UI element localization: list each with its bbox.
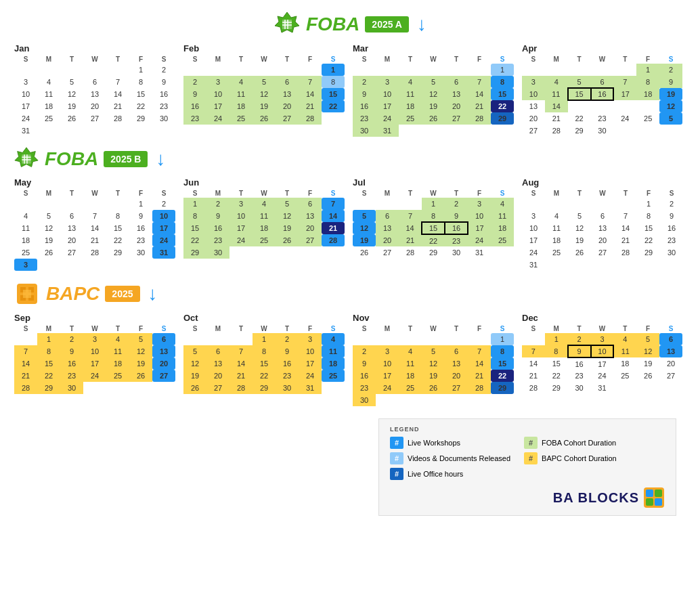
feb-1: 1 xyxy=(322,64,345,76)
legend-title: LEGEND xyxy=(390,426,665,433)
month-nov-title: Nov xyxy=(353,313,514,323)
month-jun: Jun SMTWTFS 1 2 3 4 5 6 7 8 9 10 11 12 xyxy=(179,175,349,274)
legend-box: LEGEND # Live Workshops # Videos & Docum… xyxy=(378,418,676,516)
month-oct: Oct SMTWTFS 1 2 3 4 5 6 7 8 9 10 11 xyxy=(179,310,349,409)
month-mar-title: Mar xyxy=(353,43,514,53)
month-jul: Jul SMTWTFS 1 2 3 4 5 6 7 8 9 10 11 xyxy=(349,175,518,274)
bapc-title: BAPC xyxy=(46,283,100,305)
bapc-badge: 2025 xyxy=(105,286,139,302)
month-aug-title: Aug xyxy=(522,177,683,188)
apr-19: 19 xyxy=(659,88,682,100)
row-may-aug: May SMTWTFS 12 456789 10 111213141516 17… xyxy=(10,175,690,274)
sep-6: 6 xyxy=(152,333,175,345)
svg-rect-19 xyxy=(646,489,653,497)
jun-7: 7 xyxy=(322,198,345,210)
legend-workshops-label: Live Workshops xyxy=(408,439,460,447)
row-jan-apr: Jan SMTWTFS 1 2 34567 89 1011121314 1516 xyxy=(10,41,690,139)
mar-1: 1 xyxy=(491,64,514,76)
may-3: 3 xyxy=(14,259,37,271)
svg-rect-22 xyxy=(655,498,662,506)
month-feb: Feb SMTWTFS 1 2 3 4 5 6 7 8 9 xyxy=(179,41,349,139)
foba-b-badge: 2025 B xyxy=(104,151,148,167)
mar-8: 8 xyxy=(491,76,514,88)
ba-blocks-text: BA BLOCKS xyxy=(553,490,639,506)
legend-swatch-darkblue: # xyxy=(390,468,403,480)
jul-5: 5 xyxy=(353,210,376,222)
jun-14: 14 xyxy=(322,210,345,222)
nov-15: 15 xyxy=(491,357,514,370)
legend-foba-label: FOBA Cohort Duration xyxy=(542,439,616,447)
sep-27: 27 xyxy=(152,370,175,382)
apr-5: 5 xyxy=(659,112,682,125)
foba-a-arrow: ↓ xyxy=(417,14,426,35)
legend-workshops: # Live Workshops xyxy=(390,437,510,449)
feb-15: 15 xyxy=(322,88,345,100)
foba-b-arrow: ↓ xyxy=(156,148,165,170)
legend-swatch-yellow: # xyxy=(524,452,538,464)
legend-swatch-lightblue: # xyxy=(390,452,403,464)
oct-4: 4 xyxy=(322,333,345,345)
jan-3: 1 xyxy=(129,64,152,76)
month-may: May SMTWTFS 12 456789 10 111213141516 17… xyxy=(10,175,179,274)
month-dec-title: Dec xyxy=(522,313,683,323)
month-oct-title: Oct xyxy=(183,313,345,323)
month-jun-title: Jun xyxy=(183,177,345,188)
month-sep-title: Sep xyxy=(14,313,175,323)
bapc-arrow: ↓ xyxy=(148,283,158,305)
nov-8: 8 xyxy=(491,345,514,357)
foba-a-badge: 2025 A xyxy=(365,16,409,32)
jan-11: 9 xyxy=(152,76,175,88)
month-aug: Aug SMTWTFS 12 3456789 10111213141516 17… xyxy=(518,175,687,274)
dec-6: 6 xyxy=(659,333,682,345)
month-feb-title: Feb xyxy=(183,43,345,53)
dec-13: 13 xyxy=(659,345,682,357)
month-apr: Apr SMTWTFS 1 2 3 4 5 6 7 8 9 xyxy=(518,41,687,139)
legend-videos-label: Videos & Documents Released xyxy=(408,454,510,462)
foba-a-title: FOBA xyxy=(306,14,359,35)
foba-a-icon xyxy=(274,11,301,38)
month-dec: Dec SMTWTFS 1 2 3 4 5 6 7 8 9 10 11 xyxy=(518,310,687,409)
legend-swatch-blue: # xyxy=(390,437,403,449)
may-10: 10 xyxy=(152,210,175,222)
month-sep: Sep SMTWTFS 1 2 3 4 5 6 7 8 9 10 11 xyxy=(10,310,179,409)
ba-blocks-icon xyxy=(643,487,665,508)
svg-rect-7 xyxy=(22,154,30,163)
legend-bapc-duration: # BAPC Cohort Duration xyxy=(524,452,617,464)
month-nov: Nov SMTWTFS 1 2 3 4 5 6 7 8 9 xyxy=(349,310,518,409)
jan-4: 2 xyxy=(152,64,175,76)
feb-8: 8 xyxy=(322,76,345,88)
svg-rect-1 xyxy=(282,20,292,29)
legend-office: # Live Office hours xyxy=(390,468,510,480)
legend-foba-duration: # FOBA Cohort Duration xyxy=(524,437,617,449)
jul-19: 19 xyxy=(353,234,376,246)
legend-swatch-green: # xyxy=(524,437,538,449)
oct-11: 11 xyxy=(322,345,345,357)
mar-22: 22 xyxy=(491,100,514,112)
legend-office-label: Live Office hours xyxy=(408,470,463,478)
foba-b-icon xyxy=(14,146,39,172)
main-container: FOBA 2025 A ↓ Jan SMTWTFS 1 2 34567 89 1… xyxy=(0,0,700,523)
sep-20: 20 xyxy=(152,357,175,370)
legend-videos: # Videos & Documents Released xyxy=(390,452,510,464)
may-31: 31 xyxy=(152,246,175,259)
jul-12: 12 xyxy=(353,222,376,234)
may-24: 24 xyxy=(152,234,175,246)
feb-22: 22 xyxy=(322,100,345,112)
may-17: 17 xyxy=(152,222,175,234)
month-jan: Jan SMTWTFS 1 2 34567 89 1011121314 1516 xyxy=(10,41,179,139)
jun-28: 28 xyxy=(322,234,345,246)
svg-rect-17 xyxy=(23,290,31,298)
nov-29: 29 xyxy=(491,382,514,394)
month-may-title: May xyxy=(14,177,175,188)
svg-rect-21 xyxy=(646,498,653,506)
jun-21: 21 xyxy=(322,222,345,234)
row-sep-dec: Sep SMTWTFS 1 2 3 4 5 6 7 8 9 10 11 xyxy=(10,310,690,409)
svg-rect-20 xyxy=(655,489,662,497)
legend-bapc-label: BAPC Cohort Duration xyxy=(542,454,617,462)
month-jul-title: Jul xyxy=(353,177,514,188)
oct-25: 25 xyxy=(322,370,345,382)
mar-15: 15 xyxy=(491,88,514,100)
oct-18: 18 xyxy=(322,357,345,370)
month-apr-title: Apr xyxy=(522,43,683,53)
month-jan-title: Jan xyxy=(14,43,175,53)
